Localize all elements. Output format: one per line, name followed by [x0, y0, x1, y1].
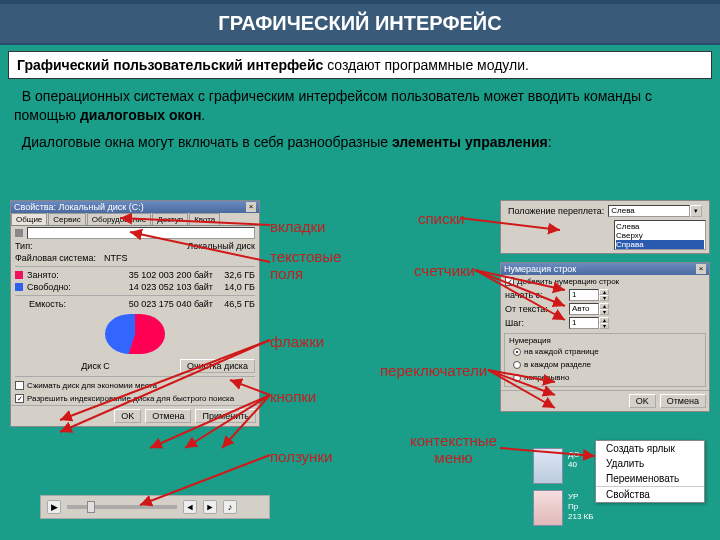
- tab-service[interactable]: Сервис: [48, 213, 85, 225]
- drive-icon: [15, 229, 23, 237]
- ok-button[interactable]: OK: [629, 394, 656, 408]
- ppt-doc-icon[interactable]: [533, 490, 563, 526]
- step-value[interactable]: 1: [569, 317, 599, 329]
- label-counters: счетчики: [414, 262, 475, 279]
- close-icon[interactable]: ×: [696, 264, 706, 274]
- used-bytes: 35 102 003 200 байт: [129, 270, 213, 280]
- fs-label: Файловая система:: [15, 253, 96, 263]
- dialog-num-title: Нумерация строк: [504, 264, 576, 274]
- free-gb: 14,0 ГБ: [217, 282, 255, 292]
- from-stepper[interactable]: Авто ▴▾: [569, 303, 609, 315]
- tab-hardware[interactable]: Оборудование: [87, 213, 151, 225]
- chevron-down-icon[interactable]: ▾: [599, 295, 609, 301]
- list-field-label: Положение переплета:: [508, 206, 604, 216]
- label-lists: списки: [418, 210, 464, 227]
- label-radios: переключатели: [380, 362, 487, 379]
- r2-label: в каждом разделе: [524, 360, 591, 369]
- type-value: Локальный диск: [187, 241, 255, 251]
- checkbox-compress[interactable]: [15, 381, 24, 390]
- dialog-numbering: Нумерация строк × ✓Добавить нумерацию ст…: [500, 262, 710, 412]
- cancel-button[interactable]: Отмена: [660, 394, 706, 408]
- volume-icon[interactable]: ♪: [223, 500, 237, 514]
- file2-line2: Пр: [568, 502, 578, 511]
- label-buttons: кнопки: [270, 388, 316, 405]
- ctx-properties[interactable]: Свойства: [596, 486, 704, 502]
- radio-group: Нумерация на каждой странице в каждом ра…: [504, 333, 706, 387]
- clean-button[interactable]: Очистка диска: [180, 359, 255, 373]
- label-sliders: ползунки: [270, 448, 332, 465]
- context-menu: Создать ярлык Удалить Переименовать Свой…: [595, 440, 705, 503]
- radio-continuous[interactable]: [513, 374, 521, 382]
- tab-general[interactable]: Общие: [11, 213, 47, 225]
- file1-line2: 40: [568, 460, 577, 469]
- r1-label: на каждой странице: [524, 347, 599, 356]
- subtitle-rest: создают программные модули.: [323, 57, 529, 73]
- from-value[interactable]: Авто: [569, 303, 599, 315]
- dialog-num-titlebar: Нумерация строк ×: [501, 263, 709, 275]
- close-icon[interactable]: ×: [246, 202, 256, 212]
- file2-line1: УР: [568, 492, 578, 501]
- tab-share[interactable]: Доступ: [152, 213, 188, 225]
- chk2-label: Разрешить индексирование диска для быстр…: [27, 394, 234, 403]
- ctx-rename[interactable]: Переименовать: [596, 471, 704, 486]
- media-slider-bar: ▶ ◄ ► ♪: [40, 495, 270, 519]
- step-stepper[interactable]: 1 ▴▾: [569, 317, 609, 329]
- apply-button[interactable]: Применить: [195, 409, 256, 423]
- from-label: От текста:: [505, 304, 565, 314]
- cap-label: Емкость:: [29, 299, 66, 309]
- paragraph-1: В операционных системах с графическим ин…: [14, 87, 706, 125]
- fs-value: NTFS: [104, 253, 128, 263]
- type-label: Тип:: [15, 241, 33, 251]
- list-item[interactable]: Сверху: [616, 231, 704, 240]
- file1-line1: ДО: [568, 450, 580, 459]
- p2c: :: [548, 134, 552, 150]
- ctx-create-shortcut[interactable]: Создать ярлык: [596, 441, 704, 456]
- tab-quota[interactable]: Квота: [189, 213, 220, 225]
- listbox[interactable]: Слева Сверху Справа: [614, 220, 706, 250]
- chevron-down-icon[interactable]: ▾: [690, 205, 702, 217]
- p1c: .: [201, 107, 205, 123]
- word-doc-icon[interactable]: [533, 448, 563, 484]
- label-context: контекстные меню: [410, 432, 497, 466]
- slider-track[interactable]: [67, 505, 177, 509]
- free-bytes: 14 023 052 103 байт: [129, 282, 213, 292]
- play-icon[interactable]: ▶: [47, 500, 61, 514]
- radio-each-section[interactable]: [513, 361, 521, 369]
- label-tabs: вкладки: [270, 218, 326, 235]
- ok-button[interactable]: OK: [114, 409, 141, 423]
- checkbox-index[interactable]: ✓: [15, 394, 24, 403]
- start-stepper[interactable]: 1 ▴▾: [569, 289, 609, 301]
- subtitle-box: Графический пользовательский интерфейс с…: [8, 51, 712, 79]
- dialog-titlebar: Свойства: Локальный диск (C:) ×: [11, 201, 259, 213]
- step-label: Шаг:: [505, 318, 565, 328]
- pie-chart: [105, 314, 165, 354]
- start-value[interactable]: 1: [569, 289, 599, 301]
- p2a: Диалоговые окна могут включать в себя ра…: [22, 134, 392, 150]
- list-item[interactable]: Слева: [616, 222, 704, 231]
- combo-value: Слева: [608, 205, 690, 217]
- group-label: Нумерация: [509, 336, 701, 345]
- tabs-row: Общие Сервис Оборудование Доступ Квота: [11, 213, 259, 226]
- next-icon[interactable]: ►: [203, 500, 217, 514]
- chk1-label: Сжимать диск для экономии места: [27, 381, 157, 390]
- list-item[interactable]: Справа: [616, 240, 704, 249]
- prev-icon[interactable]: ◄: [183, 500, 197, 514]
- paragraph-2: Диалоговые окна могут включать в себя ра…: [14, 133, 706, 152]
- free-swatch: [15, 283, 23, 291]
- cap-gb: 46,5 ГБ: [217, 299, 255, 309]
- p1b: диалоговых окон: [80, 107, 201, 123]
- label-textfields: текстовые поля: [270, 248, 341, 282]
- ctx-delete[interactable]: Удалить: [596, 456, 704, 471]
- binding-combo[interactable]: Слева ▾: [608, 205, 702, 217]
- slider-thumb[interactable]: [87, 501, 95, 513]
- chevron-down-icon[interactable]: ▾: [599, 323, 609, 329]
- chevron-down-icon[interactable]: ▾: [599, 309, 609, 315]
- drive-label-input[interactable]: [27, 227, 255, 239]
- start-label: начать с:: [505, 290, 565, 300]
- checkbox-add-numbering[interactable]: ✓: [505, 277, 514, 286]
- chk-add-label: Добавить нумерацию строк: [517, 277, 619, 286]
- radio-each-page[interactable]: [513, 348, 521, 356]
- used-swatch: [15, 271, 23, 279]
- dialog-properties: Свойства: Локальный диск (C:) × Общие Се…: [10, 200, 260, 427]
- cancel-button[interactable]: Отмена: [145, 409, 191, 423]
